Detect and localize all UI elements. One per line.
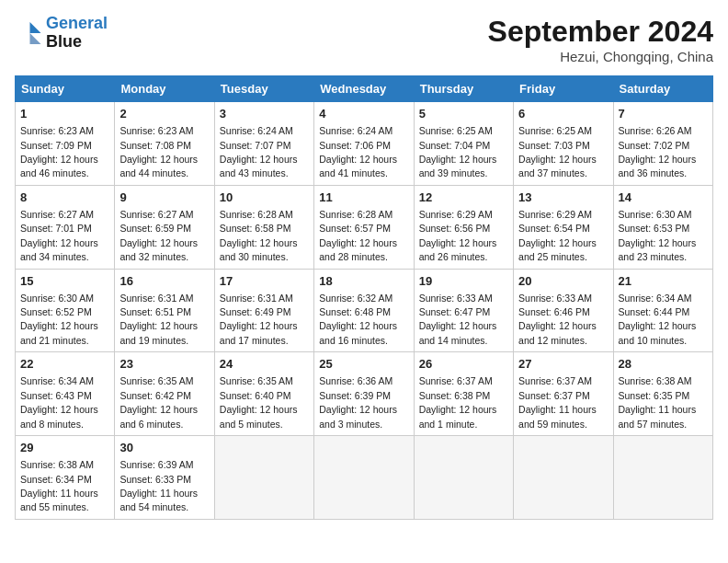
- sunrise-info: Sunrise: 6:36 AM: [319, 375, 392, 386]
- logo-icon: [15, 19, 42, 47]
- sunset-info: Sunset: 6:58 PM: [220, 223, 291, 234]
- sunrise-info: Sunrise: 6:37 AM: [518, 375, 592, 386]
- sunset-info: Sunset: 7:06 PM: [319, 140, 391, 151]
- sunset-info: Sunset: 6:57 PM: [319, 223, 391, 234]
- sunset-info: Sunset: 6:52 PM: [20, 306, 92, 317]
- sunset-info: Sunset: 6:48 PM: [319, 306, 391, 317]
- calendar-cell: [414, 436, 513, 520]
- page-header: General Blue September 2024 Hezui, Chong…: [15, 15, 713, 64]
- sunset-info: Sunset: 6:37 PM: [518, 390, 590, 401]
- calendar-cell: 27Sunrise: 6:37 AMSunset: 6:37 PMDayligh…: [514, 352, 613, 436]
- sunset-info: Sunset: 6:56 PM: [419, 223, 491, 234]
- calendar-cell: 21Sunrise: 6:34 AMSunset: 6:44 PMDayligh…: [613, 269, 712, 352]
- calendar-cell: 22Sunrise: 6:34 AMSunset: 6:43 PMDayligh…: [16, 352, 115, 436]
- calendar-week-1: 1Sunrise: 6:23 AMSunset: 7:09 PMDaylight…: [16, 102, 713, 186]
- day-number: 5: [419, 106, 508, 122]
- day-number: 23: [119, 356, 209, 373]
- calendar-cell: 12Sunrise: 6:29 AMSunset: 6:56 PMDayligh…: [414, 185, 513, 269]
- calendar-cell: 15Sunrise: 6:30 AMSunset: 6:52 PMDayligh…: [16, 269, 115, 352]
- calendar-cell: 24Sunrise: 6:35 AMSunset: 6:40 PMDayligh…: [214, 352, 313, 436]
- daylight-info: Daylight: 12 hours and 10 minutes.: [619, 320, 697, 345]
- sunset-info: Sunset: 6:59 PM: [119, 223, 191, 234]
- daylight-info: Daylight: 12 hours and 39 minutes.: [419, 154, 497, 178]
- sunset-info: Sunset: 6:42 PM: [119, 390, 191, 401]
- sunset-info: Sunset: 6:47 PM: [419, 306, 491, 317]
- weekday-header-tuesday: Tuesday: [214, 76, 313, 102]
- day-number: 29: [20, 440, 109, 456]
- sunrise-info: Sunrise: 6:35 AM: [220, 375, 293, 386]
- day-number: 30: [119, 440, 209, 456]
- calendar-cell: 7Sunrise: 6:26 AMSunset: 7:02 PMDaylight…: [613, 102, 712, 186]
- calendar-cell: 1Sunrise: 6:23 AMSunset: 7:09 PMDaylight…: [16, 102, 115, 186]
- calendar-week-4: 22Sunrise: 6:34 AMSunset: 6:43 PMDayligh…: [16, 352, 713, 436]
- calendar-cell: 28Sunrise: 6:38 AMSunset: 6:35 PMDayligh…: [613, 352, 712, 436]
- day-number: 22: [20, 356, 109, 373]
- day-number: 14: [619, 190, 708, 206]
- sunset-info: Sunset: 6:40 PM: [220, 390, 291, 401]
- sunrise-info: Sunrise: 6:27 AM: [20, 209, 94, 220]
- sunrise-info: Sunrise: 6:32 AM: [319, 293, 392, 304]
- day-number: 4: [319, 106, 408, 122]
- calendar-cell: 10Sunrise: 6:28 AMSunset: 6:58 PMDayligh…: [214, 185, 313, 269]
- logo: General Blue: [15, 15, 108, 52]
- daylight-info: Daylight: 12 hours and 26 minutes.: [419, 237, 497, 262]
- day-number: 9: [119, 190, 209, 206]
- day-number: 17: [220, 273, 309, 290]
- daylight-info: Daylight: 12 hours and 19 minutes.: [119, 320, 198, 345]
- calendar-week-5: 29Sunrise: 6:38 AMSunset: 6:34 PMDayligh…: [16, 436, 713, 520]
- calendar-cell: 11Sunrise: 6:28 AMSunset: 6:57 PMDayligh…: [314, 185, 414, 269]
- sunset-info: Sunset: 7:01 PM: [20, 223, 92, 234]
- calendar-cell: 6Sunrise: 6:25 AMSunset: 7:03 PMDaylight…: [514, 102, 613, 186]
- day-number: 25: [319, 356, 408, 373]
- daylight-info: Daylight: 11 hours and 55 minutes.: [20, 488, 98, 512]
- svg-marker-1: [30, 33, 41, 44]
- day-number: 13: [518, 190, 608, 206]
- sunrise-info: Sunrise: 6:31 AM: [220, 293, 293, 304]
- sunrise-info: Sunrise: 6:29 AM: [518, 209, 592, 220]
- day-number: 15: [20, 273, 109, 290]
- daylight-info: Daylight: 12 hours and 37 minutes.: [518, 154, 597, 178]
- daylight-info: Daylight: 11 hours and 57 minutes.: [619, 404, 697, 429]
- calendar-cell: 19Sunrise: 6:33 AMSunset: 6:47 PMDayligh…: [414, 269, 513, 352]
- calendar-cell: 20Sunrise: 6:33 AMSunset: 6:46 PMDayligh…: [514, 269, 613, 352]
- title-block: September 2024 Hezui, Chongqing, China: [488, 15, 713, 64]
- calendar-cell: 3Sunrise: 6:24 AMSunset: 7:07 PMDaylight…: [214, 102, 313, 186]
- sunset-info: Sunset: 6:54 PM: [518, 223, 590, 234]
- calendar-cell: 8Sunrise: 6:27 AMSunset: 7:01 PMDaylight…: [16, 185, 115, 269]
- calendar-cell: 29Sunrise: 6:38 AMSunset: 6:34 PMDayligh…: [16, 436, 115, 520]
- calendar-cell: 30Sunrise: 6:39 AMSunset: 6:33 PMDayligh…: [115, 436, 214, 520]
- day-number: 19: [419, 273, 508, 290]
- day-number: 28: [619, 356, 708, 373]
- sunset-info: Sunset: 6:44 PM: [619, 306, 690, 317]
- daylight-info: Daylight: 11 hours and 59 minutes.: [518, 404, 597, 429]
- day-number: 16: [119, 273, 209, 290]
- day-number: 24: [220, 356, 309, 373]
- day-number: 1: [20, 106, 109, 122]
- day-number: 21: [619, 273, 708, 290]
- logo-text: General Blue: [46, 15, 108, 52]
- sunrise-info: Sunrise: 6:28 AM: [319, 209, 392, 220]
- daylight-info: Daylight: 12 hours and 5 minutes.: [220, 404, 298, 429]
- sunset-info: Sunset: 7:03 PM: [518, 140, 590, 151]
- daylight-info: Daylight: 12 hours and 30 minutes.: [220, 237, 298, 262]
- daylight-info: Daylight: 12 hours and 14 minutes.: [419, 320, 497, 345]
- sunrise-info: Sunrise: 6:38 AM: [619, 375, 692, 386]
- sunrise-info: Sunrise: 6:35 AM: [119, 375, 193, 386]
- daylight-info: Daylight: 12 hours and 28 minutes.: [319, 237, 397, 262]
- sunset-info: Sunset: 6:43 PM: [20, 390, 92, 401]
- sunrise-info: Sunrise: 6:31 AM: [119, 293, 193, 304]
- day-number: 3: [220, 106, 309, 122]
- sunrise-info: Sunrise: 6:33 AM: [518, 293, 592, 304]
- weekday-header-row: SundayMondayTuesdayWednesdayThursdayFrid…: [16, 76, 713, 102]
- day-number: 26: [419, 356, 508, 373]
- day-number: 18: [319, 273, 408, 290]
- daylight-info: Daylight: 12 hours and 12 minutes.: [518, 320, 597, 345]
- daylight-info: Daylight: 12 hours and 44 minutes.: [119, 154, 198, 178]
- daylight-info: Daylight: 12 hours and 41 minutes.: [319, 154, 397, 178]
- calendar-cell: 13Sunrise: 6:29 AMSunset: 6:54 PMDayligh…: [514, 185, 613, 269]
- sunrise-info: Sunrise: 6:30 AM: [619, 209, 692, 220]
- svg-marker-0: [30, 22, 41, 33]
- calendar-cell: 17Sunrise: 6:31 AMSunset: 6:49 PMDayligh…: [214, 269, 313, 352]
- sunrise-info: Sunrise: 6:23 AM: [20, 125, 94, 136]
- sunrise-info: Sunrise: 6:27 AM: [119, 209, 193, 220]
